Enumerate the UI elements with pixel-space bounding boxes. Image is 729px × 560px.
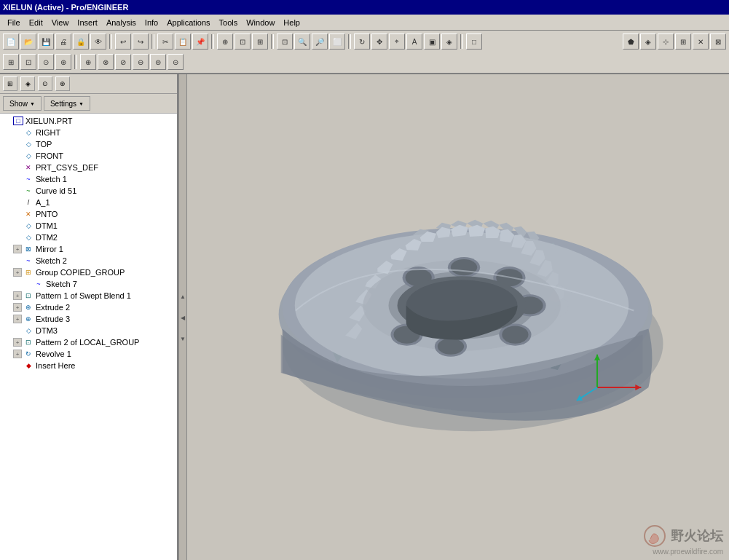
feature-btn-6[interactable]: ⊝ [168, 54, 184, 70]
zoom-in-button[interactable]: 🔍 [294, 33, 310, 50]
tree-item-extrude2[interactable]: +⊕Extrude 2 [0, 301, 177, 313]
filter-button[interactable]: ⊞ [675, 33, 691, 50]
tree-label-front: FRONT [36, 151, 63, 160]
tree-icon-pattern1: ⊡ [23, 291, 34, 300]
undo-button[interactable]: ↩ [115, 33, 131, 50]
menu-applications[interactable]: Applications [162, 17, 214, 28]
tree-item-extrude3[interactable]: +⊕Extrude 3 [0, 313, 177, 325]
redo-button[interactable]: ↪ [133, 33, 149, 50]
feature-btn-1[interactable]: ⊕ [80, 54, 96, 70]
menu-analysis[interactable]: Analysis [102, 17, 141, 28]
tree-item-sketch7[interactable]: ~Sketch 7 [0, 278, 177, 290]
menu-view[interactable]: View [47, 17, 74, 28]
tree-item-sketch2[interactable]: ~Sketch 2 [0, 255, 177, 267]
menu-info[interactable]: Info [141, 17, 162, 28]
tree-label-sketch1: Sketch 1 [36, 175, 67, 184]
menu-help[interactable]: Help [279, 17, 304, 28]
print-button[interactable]: 🖨 [55, 33, 71, 50]
tree-item-front[interactable]: ◇FRONT [0, 150, 177, 162]
tree-item-pnt0[interactable]: ✕PNTO [0, 208, 177, 220]
tree-item-group_copied[interactable]: +⊞Group COPIED_GROUP [0, 267, 177, 278]
filter-icon-button[interactable]: ◈ [20, 76, 35, 91]
tree-icon-root: □ [13, 117, 23, 125]
grid-icon-button[interactable]: ⊞ [3, 76, 17, 91]
cut-button[interactable]: ✂ [157, 33, 173, 50]
zoom-out-button[interactable]: 🔎 [312, 33, 328, 50]
refit-button[interactable]: ⊡ [277, 33, 293, 50]
smart-button[interactable]: ◈ [640, 33, 656, 50]
spin-button[interactable]: ↻ [354, 33, 370, 50]
orient-button[interactable]: ⊕ [217, 33, 233, 50]
sketch-icon-button[interactable]: ⬟ [623, 33, 639, 50]
model-tree[interactable]: □XIELUN.PRT◇RIGHT◇TOP◇FRONT✕PRT_CSYS_DEF… [0, 114, 177, 560]
tree-item-sketch1[interactable]: ~Sketch 1 [0, 173, 177, 185]
pan-button[interactable]: ✥ [371, 33, 387, 50]
tree-item-insert[interactable]: ◆Insert Here [0, 360, 177, 371]
new-button[interactable]: 📄 [3, 33, 19, 50]
tree-item-a1[interactable]: /A_1 [0, 197, 177, 208]
settings-dropdown[interactable]: Settings [44, 96, 90, 111]
menu-insert[interactable]: Insert [73, 17, 102, 28]
tree-item-root[interactable]: □XIELUN.PRT [0, 115, 177, 127]
expander-mirror1[interactable]: + [13, 245, 22, 253]
select-button[interactable]: ⊹ [658, 33, 674, 50]
collapse-handle[interactable]: ▲ ◀ ▼ [178, 74, 187, 560]
x-button[interactable]: ✕ [693, 33, 709, 50]
view-manager-button[interactable]: 👁 [90, 33, 106, 50]
tree-icon-dtm1: ◇ [23, 221, 34, 230]
feature-btn-2[interactable]: ⊗ [98, 54, 114, 70]
feature-btn-4[interactable]: ⊖ [133, 54, 149, 70]
tree-item-pattern1[interactable]: +⊡Pattern 1 of Swept Blend 1 [0, 290, 177, 301]
tree-item-csys[interactable]: ✕PRT_CSYS_DEF [0, 162, 177, 173]
copy-button[interactable]: 📋 [175, 33, 191, 50]
tree-item-dtm1[interactable]: ◇DTM1 [0, 220, 177, 232]
expander-pattern1[interactable]: + [13, 291, 22, 300]
dim-button[interactable]: ⊞ [252, 33, 268, 50]
tree-label-group_copied: Group COPIED_GROUP [36, 268, 125, 277]
datum-button[interactable]: ⌖ [389, 33, 405, 50]
separator-7 [74, 55, 77, 69]
zoom-area-button[interactable]: ⬜ [329, 33, 345, 50]
tree-item-dtm3[interactable]: ◇DTM3 [0, 325, 177, 336]
paste-button[interactable]: 📌 [192, 33, 208, 50]
menu-file[interactable]: File [3, 17, 25, 28]
grid-btn-4[interactable]: ⊛ [55, 54, 71, 70]
lock-button[interactable]: 🔒 [73, 33, 89, 50]
tree-item-dtm2[interactable]: ◇DTM2 [0, 232, 177, 243]
feature-btn-3[interactable]: ⊘ [115, 54, 131, 70]
expander-extrude2[interactable]: + [13, 303, 22, 312]
menu-edit[interactable]: Edit [25, 17, 47, 28]
hidden-button[interactable]: □ [466, 33, 482, 50]
tree-label-curve51: Curve id 51 [36, 186, 76, 195]
feature-btn-5[interactable]: ⊜ [150, 54, 166, 70]
tree-icon-pattern2: ⊡ [23, 338, 34, 347]
save-button[interactable]: 💾 [38, 33, 54, 50]
tree-label-revolve1: Revolve 1 [36, 350, 71, 358]
grid-btn-3[interactable]: ⊙ [38, 54, 54, 70]
tree-item-top[interactable]: ◇TOP [0, 138, 177, 150]
show-dropdown[interactable]: Show [3, 96, 42, 111]
expander-pattern2[interactable]: + [13, 338, 22, 347]
open-button[interactable]: 📂 [20, 33, 36, 50]
render-button[interactable]: ▣ [424, 33, 440, 50]
expander-revolve1[interactable]: + [13, 350, 22, 358]
display-button[interactable]: ◈ [441, 33, 457, 50]
menu-window[interactable]: Window [242, 17, 279, 28]
tree-item-right[interactable]: ◇RIGHT [0, 127, 177, 138]
expander-group_copied[interactable]: + [13, 268, 22, 277]
annotation-button[interactable]: A [406, 33, 422, 50]
grid-btn-1[interactable]: ⊞ [3, 54, 19, 70]
more-button[interactable]: ⊠ [710, 33, 726, 50]
tree-item-mirror1[interactable]: +⊠Mirror 1 [0, 243, 177, 255]
menu-tools[interactable]: Tools [215, 17, 243, 28]
search-icon-button[interactable]: ⊙ [38, 76, 52, 91]
tree-item-revolve1[interactable]: +↻Revolve 1 [0, 348, 177, 360]
expander-extrude3[interactable]: + [13, 315, 22, 323]
normal-button[interactable]: ⊡ [235, 33, 251, 50]
svg-point-15 [438, 339, 464, 355]
viewport[interactable]: 野火论坛 www.proewildfire.com [187, 74, 729, 560]
tree-item-curve51[interactable]: ~Curve id 51 [0, 185, 177, 197]
settings2-icon-button[interactable]: ⊛ [55, 76, 70, 91]
tree-item-pattern2[interactable]: +⊡Pattern 2 of LOCAL_GROUP [0, 336, 177, 348]
grid-btn-2[interactable]: ⊡ [20, 54, 36, 70]
